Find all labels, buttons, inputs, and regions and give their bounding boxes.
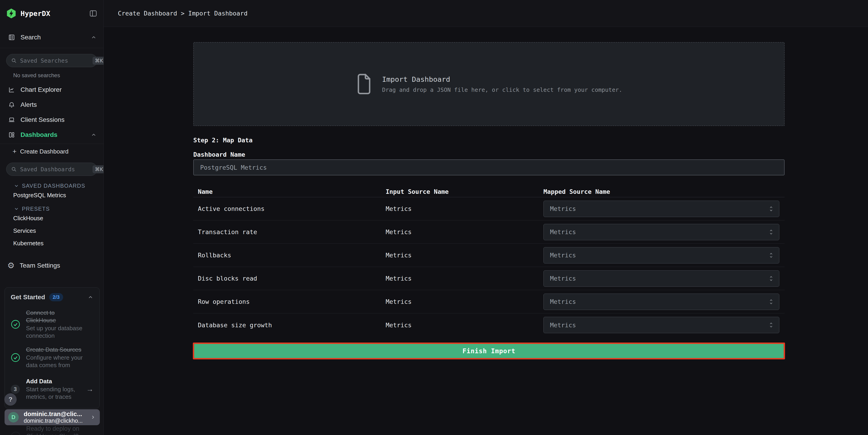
chevron-up-icon	[91, 132, 97, 138]
finish-import-button[interactable]: Finish Import	[193, 342, 785, 359]
saved-searches-search[interactable]: ⌘K	[6, 54, 97, 67]
saved-dashboards-section-header[interactable]: SAVED DASHBOARDS	[14, 183, 103, 189]
search-icon	[11, 58, 17, 64]
section-header-label: PRESETS	[22, 206, 50, 212]
step-title: Step 2: Map Data	[193, 137, 253, 144]
sidebar: HyperDX Search ⌘K No saved searches Char…	[0, 0, 104, 435]
check-circle-icon	[11, 432, 21, 435]
input-source-name: Metrics	[386, 228, 544, 235]
dashboard-name-label: Dashboard Name	[193, 151, 245, 158]
get-started-item-subtitle: Configure where your data comes from	[26, 354, 84, 369]
sidebar-item-postgresql-metrics[interactable]: PostgreSQL Metrics	[0, 189, 103, 202]
progress-badge: 2/3	[49, 293, 63, 301]
gear-icon: ⚙	[7, 262, 14, 270]
table-row: Transaction rate Metrics Metrics	[193, 221, 784, 244]
metric-name: Rollbacks	[193, 252, 386, 259]
sidebar-item-services[interactable]: Services	[0, 225, 103, 237]
get-started-item-title: Create Data Sources	[26, 346, 84, 354]
presets-section-header[interactable]: PRESETS	[14, 206, 103, 212]
create-dashboard-button[interactable]: + Create Dashboard	[0, 144, 103, 159]
user-email: dominic.tran@clickho...	[24, 417, 90, 424]
app-title: HyperDX	[21, 9, 89, 18]
mapped-source-select[interactable]: Metrics	[544, 201, 779, 217]
selected-value: Metrics	[550, 205, 768, 212]
mapped-source-select[interactable]: Metrics	[544, 270, 779, 287]
sidebar-item-dashboards[interactable]: Dashboards	[0, 127, 103, 142]
arrow-right-icon: →	[86, 385, 93, 393]
sidebar-item-client-sessions[interactable]: Client Sessions	[0, 112, 103, 127]
chevron-up-icon	[88, 294, 93, 300]
team-settings-label: Team Settings	[20, 262, 60, 269]
sidebar-item-kubernetes[interactable]: Kubernetes	[0, 237, 103, 249]
get-started-item-connect[interactable]: Connect to ClickHouse Set up your databa…	[11, 309, 93, 340]
table-row: Disc blocks read Metrics Metrics	[193, 267, 784, 290]
sidebar-item-chart-explorer[interactable]: Chart Explorer	[0, 82, 103, 97]
search-panel-icon	[8, 34, 15, 41]
saved-dashboards-search[interactable]: ⌘K	[6, 163, 97, 176]
column-header-input-source: Input Source Name	[386, 188, 544, 195]
sidebar-item-label: Search	[21, 34, 91, 41]
shortcut-badge: ⌘K	[93, 165, 105, 173]
search-icon	[11, 166, 17, 172]
get-started-header[interactable]: Get Started 2/3	[11, 293, 93, 301]
selector-icon	[768, 275, 774, 282]
sidebar-collapse-icon[interactable]	[89, 9, 98, 18]
get-started-title: Get Started	[11, 294, 45, 301]
saved-searches-input[interactable]	[20, 57, 93, 64]
selector-icon	[768, 229, 774, 235]
selector-icon	[768, 298, 774, 305]
chevron-down-icon	[14, 183, 19, 189]
sidebar-item-clickhouse[interactable]: ClickHouse	[0, 212, 103, 225]
get-started-item-subtitle: Set up your database connection	[26, 325, 84, 340]
chevron-down-icon	[14, 206, 19, 211]
input-source-name: Metrics	[386, 252, 544, 259]
get-started-item-title: Connect to ClickHouse	[26, 309, 84, 324]
dashboards-icon	[8, 131, 15, 138]
sidebar-item-label: Dashboards	[21, 131, 91, 138]
plus-icon: +	[12, 147, 20, 155]
dropzone-subtitle: Drag and drop a JSON file here, or click…	[382, 87, 622, 93]
mapped-source-select[interactable]: Metrics	[544, 294, 779, 310]
sidebar-item-team-settings[interactable]: ⚙ Team Settings	[0, 262, 103, 270]
sidebar-item-alerts[interactable]: Alerts	[0, 97, 103, 112]
user-display-name: dominic.tran@clic...	[24, 411, 90, 417]
get-started-item-title: ClickHouse Cloud?	[26, 433, 90, 435]
sidebar-item-search[interactable]: Search	[0, 27, 103, 48]
import-dropzone[interactable]: Import Dashboard Drag and drop a JSON fi…	[193, 42, 784, 126]
dashboard-name-input[interactable]	[193, 160, 784, 175]
input-source-name: Metrics	[386, 322, 544, 329]
table-header-row: Name Input Source Name Mapped Source Nam…	[193, 186, 784, 197]
selected-value: Metrics	[550, 275, 768, 282]
get-started-card: Get Started 2/3 Connect to ClickHouse Se…	[5, 288, 100, 408]
help-button[interactable]: ?	[4, 393, 17, 406]
metric-name: Active connections	[193, 205, 386, 212]
metric-name: Database size growth	[193, 322, 386, 329]
get-started-item-subtitle: Start sending logs, metrics, or traces	[26, 386, 84, 401]
step-number-badge: 3	[11, 385, 20, 394]
get-started-item-title: Add Data	[26, 378, 84, 385]
check-circle-icon	[11, 353, 20, 362]
logo-row: HyperDX	[0, 0, 103, 27]
get-started-item-sources[interactable]: Create Data Sources Configure where your…	[11, 346, 93, 369]
mapped-source-select[interactable]: Metrics	[544, 247, 779, 264]
no-saved-searches-text: No saved searches	[13, 72, 103, 78]
get-started-item-add-data[interactable]: 3 Add Data Start sending logs, metrics, …	[11, 378, 93, 401]
sidebar-item-label: Alerts	[21, 101, 97, 108]
selected-value: Metrics	[550, 228, 768, 235]
finish-import-label: Finish Import	[463, 347, 516, 355]
create-dashboard-label: Create Dashboard	[20, 148, 68, 155]
mapping-table: Name Input Source Name Mapped Source Nam…	[193, 186, 784, 337]
saved-dashboards-input[interactable]	[20, 166, 93, 173]
check-circle-icon	[11, 320, 20, 329]
section-header-label: SAVED DASHBOARDS	[22, 183, 85, 189]
selected-value: Metrics	[550, 298, 768, 305]
metric-name: Row operations	[193, 298, 386, 305]
selected-value: Metrics	[550, 252, 768, 259]
chevron-right-icon	[90, 414, 96, 420]
chevron-up-icon	[91, 34, 97, 40]
mapped-source-select[interactable]: Metrics	[544, 224, 779, 240]
divider	[0, 48, 103, 48]
mapped-source-select[interactable]: Metrics	[544, 317, 779, 333]
user-menu[interactable]: D dominic.tran@clic... dominic.tran@clic…	[5, 409, 100, 425]
selector-icon	[768, 205, 774, 212]
